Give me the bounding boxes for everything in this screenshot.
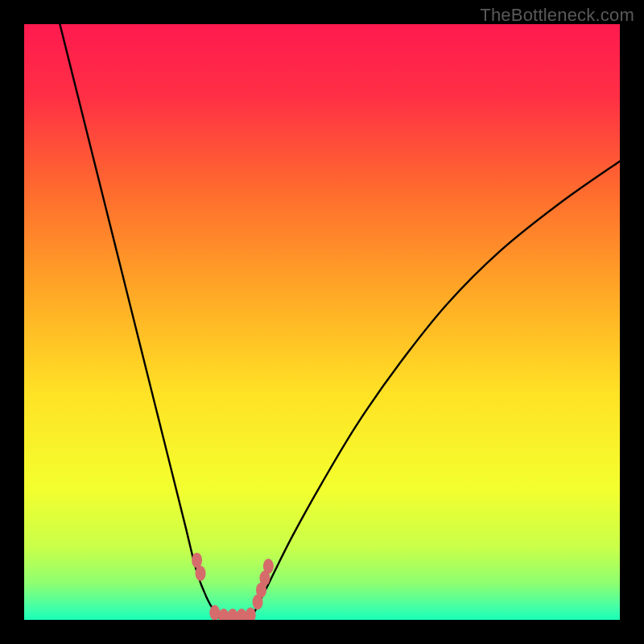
valley-marker	[263, 559, 274, 574]
chart-svg	[24, 24, 620, 620]
watermark-text: TheBottleneck.com	[480, 5, 634, 26]
chart-container: TheBottleneck.com	[0, 0, 644, 644]
gradient-background	[24, 24, 620, 620]
plot-area	[24, 24, 620, 620]
valley-marker	[209, 605, 220, 620]
valley-marker	[196, 566, 206, 581]
valley-marker	[192, 553, 202, 568]
